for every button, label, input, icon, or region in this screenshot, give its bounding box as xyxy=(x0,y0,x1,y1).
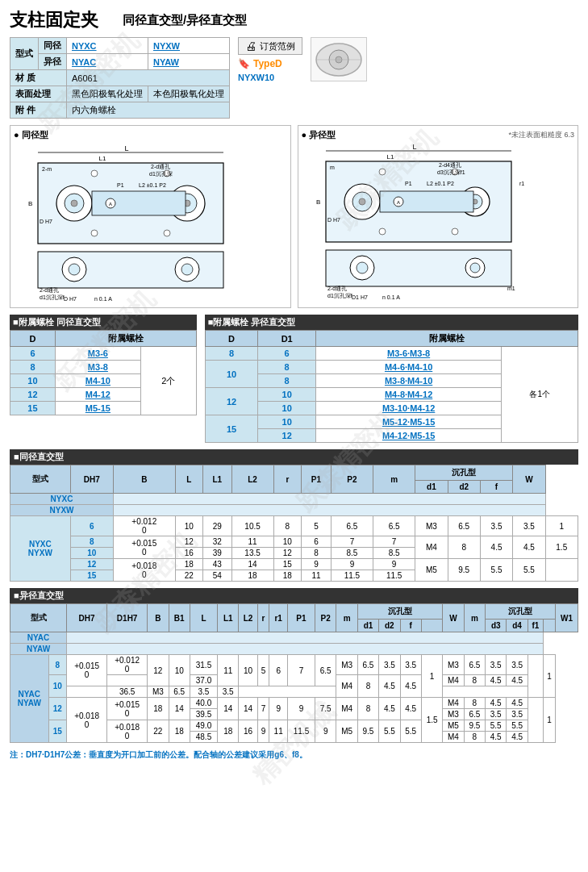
svg-text:2-d通孔: 2-d通孔 xyxy=(327,286,347,291)
diff-d4-15-10: 5.5 xyxy=(486,720,507,732)
val-nyaw[interactable]: NYAW xyxy=(148,54,230,70)
val-nyxc[interactable]: NYXC xyxy=(67,38,148,54)
screw-m3-6[interactable]: M3-6 xyxy=(55,347,140,361)
same-screw-table-wrap: ■附属螺栓 同径直交型 D 附属螺栓 6 M3-6 2个 8 M3-8 10 M xyxy=(10,315,197,443)
th-w-diff: W xyxy=(443,604,464,632)
diff-d3-12-8: 8 xyxy=(464,698,485,709)
same-m-8: M4 xyxy=(415,536,448,559)
screw-m3-8[interactable]: M3-8 xyxy=(55,361,140,374)
svg-text:m1: m1 xyxy=(507,286,515,291)
same-r-6: 5 xyxy=(302,516,332,536)
svg-text:D H7: D H7 xyxy=(64,296,77,302)
diff-l2-15: 16 xyxy=(239,720,257,743)
same-l-15: 54 xyxy=(202,570,231,582)
diff-p1-12: 9 xyxy=(287,698,315,720)
svg-text:L: L xyxy=(124,144,128,152)
svg-text:P1: P1 xyxy=(405,181,412,186)
th-m-diff: m xyxy=(336,604,357,632)
th-l2: L2 xyxy=(231,465,273,494)
same-f-6: 3.5 xyxy=(513,516,545,536)
diff-d1-6: 6 xyxy=(258,347,315,361)
th-sinkhole-right: 沉孔型 xyxy=(486,604,556,620)
diff-d3-10-8: 6.5 xyxy=(169,686,190,698)
svg-text:A: A xyxy=(396,200,399,205)
diff-m2-12-10: M3 xyxy=(443,709,464,720)
diff-d2v-10: 4.5 xyxy=(379,675,400,698)
th-d4: d4 xyxy=(507,620,528,632)
diff-d-15: 15 xyxy=(48,720,67,743)
val-accessory: 内六角螺栓 xyxy=(67,102,230,119)
diff-d2v-12: 4.5 xyxy=(379,698,400,720)
diff-type-label: NYACNYAW xyxy=(10,655,49,743)
diff-screw-5[interactable]: M3-10·M4-12 xyxy=(315,402,501,415)
screw-m5-15[interactable]: M5-15 xyxy=(55,402,140,415)
diff-d1h7-12-8: +0.0150 xyxy=(107,698,148,720)
same-dh7-6: +0.0120 xyxy=(114,516,176,536)
same-b-15: 22 xyxy=(175,570,202,582)
svg-text:r1: r1 xyxy=(519,181,524,186)
th-d2v: d2 xyxy=(379,620,400,632)
same-l2-8: 10 xyxy=(273,536,301,548)
th-r-diff: r xyxy=(257,604,269,632)
same-f-8: 4.5 xyxy=(513,536,545,559)
same-l-8: 32 xyxy=(202,536,231,548)
diff-d2v-8-6: 3.5 xyxy=(379,655,400,675)
th-w1-diff: W1 xyxy=(555,604,578,632)
diff-screw-3[interactable]: M3-8·M4-10 xyxy=(315,374,501,388)
diff-r-15: 9 xyxy=(257,720,269,743)
diff-screw-7[interactable]: M4-12·M5-15 xyxy=(315,429,501,443)
same-dh7-8: +0.0150 xyxy=(114,536,176,559)
diff-r-8: 5 xyxy=(257,655,269,686)
same-l2-15: 18 xyxy=(273,570,301,582)
diff-diameter-diagram: ● 异径型 *未注表面粗糙度 6.3 L L1 xyxy=(298,125,579,308)
type-label-nyxc: NYXC xyxy=(10,494,114,505)
diff-d1h7-8b xyxy=(67,686,107,698)
diff-l1-15: 18 xyxy=(218,720,239,743)
diff-m-12: M4 xyxy=(336,698,357,720)
diff-d1h7-6: +0.0120 xyxy=(107,655,148,675)
diff-d1-10b: 10 xyxy=(258,402,315,415)
same-d2-6: 3.5 xyxy=(480,516,512,536)
diff-d3-12-10: 6.5 xyxy=(464,709,485,720)
diff-d1-12: 12 xyxy=(258,429,315,443)
diff-screw-2[interactable]: M4-6·M4-10 xyxy=(315,361,501,374)
th-type-diff: 型式 xyxy=(10,604,67,632)
diff-diagram-title: ● 异径型 xyxy=(302,129,336,141)
diff-screw-title: ■附属螺栓 异径直交型 xyxy=(205,315,578,330)
order-btn[interactable]: 🖨 订货范例 xyxy=(238,37,302,55)
label-type: 型式 xyxy=(10,38,39,70)
val-nyxw[interactable]: NYXW xyxy=(148,38,230,54)
th-sinkhole: 沉孔型 xyxy=(415,465,513,481)
val-nyac[interactable]: NYAC xyxy=(67,54,148,70)
diff-p2-12: 7.5 xyxy=(315,698,336,720)
th-r: r xyxy=(273,465,301,494)
diff-data-table: 型式 DH7 D1H7 B B1 L L1 L2 r r1 P1 P2 m 沉孔… xyxy=(10,603,578,743)
diff-d1-10a: 10 xyxy=(258,388,315,402)
label-material: 材 质 xyxy=(10,70,67,86)
same-p1-8: 7 xyxy=(331,536,373,548)
typed-label: TypeD xyxy=(253,58,282,69)
same-l2-10: 12 xyxy=(273,548,301,559)
svg-point-15 xyxy=(91,170,98,177)
same-d1-8: 8 xyxy=(448,536,480,559)
th-fv: f xyxy=(400,620,421,632)
same-type-label: NYXCNYXW xyxy=(10,516,71,582)
diff-d-12: 12 xyxy=(48,698,67,720)
diff-screw-6[interactable]: M5-12·M5-15 xyxy=(315,415,501,429)
svg-text:2-m: 2-m xyxy=(42,166,52,172)
svg-text:P1: P1 xyxy=(117,182,124,188)
same-r-12: 9 xyxy=(302,559,332,570)
type-label-nyac: NYAC xyxy=(10,632,67,644)
screw-m4-10[interactable]: M4-10 xyxy=(55,374,140,388)
th-b-diff: B xyxy=(148,604,169,632)
order-label: 订货范例 xyxy=(260,40,295,52)
diff-b1-12: 14 xyxy=(169,698,190,720)
diff-data-section: ■异径直交型 型式 DH7 D1H7 B B1 L L1 L2 r r1 P1 … xyxy=(10,588,578,743)
diff-m2-15-12: M4 xyxy=(443,732,464,743)
same-l1-12: 14 xyxy=(231,559,273,570)
screw-m4-12[interactable]: M4-12 xyxy=(55,388,140,402)
diff-fv-15: 5.5 xyxy=(400,720,421,743)
diff-screw-1[interactable]: M3-6·M3-8 xyxy=(315,347,501,361)
screw-section: ■附属螺栓 同径直交型 D 附属螺栓 6 M3-6 2个 8 M3-8 10 M xyxy=(10,315,578,443)
diff-screw-4[interactable]: M4-8·M4-12 xyxy=(315,388,501,402)
